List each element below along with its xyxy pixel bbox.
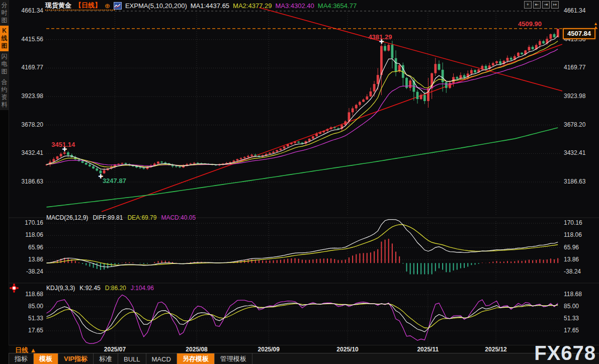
price-axis-right-4: 3678.20	[564, 121, 585, 128]
alarm-icon[interactable]	[12, 286, 17, 291]
snap-right-icon[interactable]: ⇥	[542, 1, 550, 9]
chart-toolbar: +⇤⇥↦	[524, 1, 559, 9]
x-axis-row: 日线 ▲ 2025/072025/082025/092025/102025/11…	[9, 345, 599, 353]
x-axis-date-2: 2025/09	[258, 346, 280, 353]
kdj-axis-right-3: 17.65	[564, 327, 579, 334]
extreme-marker: ✚	[379, 39, 384, 44]
macd-axis-right-2: 65.96	[564, 244, 579, 251]
kdj-title[interactable]: KDJ(9,3,3)	[46, 285, 75, 292]
price-annotation-all-time-high: 4509.90	[518, 20, 542, 28]
kdj-axis-right-1: 85.00	[564, 303, 579, 310]
price-axis-left-5: 3432.41	[10, 149, 43, 156]
macd-axis-right-3: 13.86	[564, 256, 579, 263]
price-axis-right-5: 3432.41	[564, 149, 585, 156]
extreme-marker: ✚	[98, 174, 103, 179]
macd-axis-right-1: 118.06	[564, 231, 582, 238]
shift-right-icon[interactable]: ↦	[551, 1, 559, 9]
macd-header: MACD(26,12,9) DIFF:89.81 DEA:69.79 MACD:…	[46, 214, 196, 221]
kdj-header: KDJ(9,3,3) K:92.45 D:86.20 J:104.96	[46, 285, 154, 292]
indicator-name[interactable]: EXPMA(5,10,20,200)	[125, 2, 187, 10]
kdj-axis-right-0: 118.68	[564, 291, 582, 298]
tab-BULL[interactable]: BULL	[118, 353, 146, 364]
watermark: FX678	[534, 342, 596, 364]
kdj-axis-left-0: 118.68	[10, 291, 43, 298]
x-axis-date-3: 2025/10	[336, 346, 358, 353]
price-axis-left-4: 3678.20	[10, 121, 43, 128]
pan-tool-icon[interactable]: +	[524, 1, 532, 9]
tab-模板[interactable]: 模板	[34, 353, 58, 364]
price-axis-right-3: 3923.98	[564, 93, 585, 100]
macd-axis-left-3: 13.86	[10, 256, 43, 263]
macd-axis-right-0: 170.16	[564, 219, 582, 226]
chart-canvas[interactable]	[0, 0, 599, 364]
x-axis-date-4: 2025/11	[417, 346, 439, 353]
macd-dea-value: DEA:69.79	[127, 214, 156, 221]
period-tag[interactable]: 【日线】	[75, 1, 101, 10]
price-axis-right-6: 3186.63	[564, 178, 585, 185]
macd-axis-left-0: 170.16	[10, 219, 43, 226]
price-axis-left-6: 3186.63	[10, 178, 43, 185]
kdj-d-value: D:86.20	[105, 285, 126, 292]
macd-axis-left-2: 65.96	[10, 244, 43, 251]
price-axis-left-0: 4661.34	[10, 7, 43, 14]
current-price-box: 4507.84	[563, 28, 595, 39]
indicator-tab-bar: 指标模板VIP指标标准BULLMACD另存模板管理模板	[9, 353, 599, 364]
kdj-axis-left-2: 51.33	[10, 315, 43, 322]
price-axis-left-1: 4415.56	[10, 36, 43, 43]
tab-另存模板[interactable]: 另存模板	[177, 353, 215, 364]
x-axis-date-5: 2025/12	[485, 346, 506, 353]
price-axis-right-0: 4661.34	[564, 7, 585, 14]
ma1-value: MA1:4437.65	[191, 2, 229, 10]
x-axis-date-0: 2025/07	[104, 346, 126, 353]
snap-left-icon[interactable]: ⇤	[533, 1, 541, 9]
kdj-axis-right-2: 51.33	[564, 315, 579, 322]
macd-axis-left-4: -38.24	[10, 268, 43, 275]
tab-管理模板[interactable]: 管理模板	[215, 353, 252, 364]
macd-axis-right-4: -38.24	[564, 268, 581, 275]
macd-diff-value: DIFF:89.81	[93, 214, 123, 221]
chart-header: 现货黄金 【日线】 ⊕ EXPMA(5,10,20,200) MA1:4437.…	[45, 1, 357, 10]
symbol-name: 现货黄金	[45, 1, 71, 10]
kdj-axis-left-3: 17.65	[10, 327, 43, 334]
ma2-value: MA2:4377.29	[233, 2, 272, 10]
tab-MACD[interactable]: MACD	[146, 353, 177, 364]
price-annotation-early-low: 3247.87	[103, 177, 126, 185]
macd-axis-left-1: 118.06	[10, 231, 43, 238]
macd-macd-value: MACD:40.05	[161, 214, 196, 221]
kdj-axis-left-1: 85.00	[10, 303, 43, 310]
kdj-j-value: J:104.96	[131, 285, 154, 292]
tab-VIP指标[interactable]: VIP指标	[58, 353, 94, 364]
price-axis-left-3: 3923.98	[10, 93, 43, 100]
mini-chart-icon[interactable]	[114, 2, 122, 10]
x-axis-date-1: 2025/08	[186, 346, 207, 353]
add-compare-icon[interactable]: ⊕	[105, 3, 110, 9]
ma4-value: MA4:3654.77	[318, 2, 357, 10]
price-axis-left-2: 4169.77	[10, 64, 43, 71]
tab-标准[interactable]: 标准	[94, 353, 118, 364]
extreme-marker: ✚	[62, 147, 67, 152]
price-axis-right-2: 4169.77	[564, 64, 585, 71]
macd-title[interactable]: MACD(26,12,9)	[46, 214, 88, 221]
tab-指标[interactable]: 指标	[9, 353, 34, 364]
ma3-value: MA3:4302.40	[275, 2, 314, 10]
trading-terminal: 分时图K线图闪电图合约资料 现货黄金 【日线】 ⊕ EXPMA(5,10,20,…	[0, 0, 599, 364]
kdj-k-value: K:92.45	[79, 285, 100, 292]
